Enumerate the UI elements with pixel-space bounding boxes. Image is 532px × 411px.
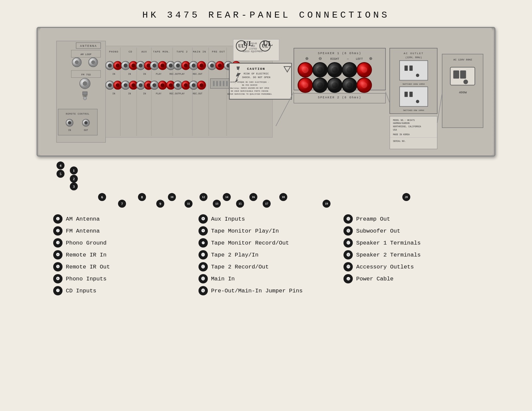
svg-rect-191 [390, 116, 437, 149]
callout-10: 10 [168, 193, 176, 201]
svg-text:SPEAKER 2 (8 Ohms): SPEAKER 2 (8 Ohms) [318, 96, 361, 99]
svg-text:PHONO: PHONO [109, 50, 119, 53]
svg-text:IN: IN [128, 92, 131, 95]
svg-text:MAIN IN: MAIN IN [193, 50, 206, 53]
screw-tr [482, 33, 489, 41]
svg-rect-177 [294, 93, 386, 103]
svg-text:RISK OF ELECTRIC: RISK OF ELECTRIC [244, 72, 269, 75]
legend-text-9: Tape Monitor Play/In [211, 228, 279, 234]
svg-rect-188 [409, 92, 413, 97]
page-title: HK 3475 REAR-PANEL CONNECTIONS [0, 0, 532, 27]
svg-point-71 [224, 61, 233, 70]
svg-point-61 [182, 61, 190, 70]
svg-point-57 [167, 61, 175, 70]
legend-item-7: ❼ CD Inputs [53, 285, 189, 297]
svg-text:⊕: ⊕ [369, 56, 372, 61]
legend-item-12: ⓬ Tape 2 Record/Out [199, 261, 334, 273]
legend-item-11: ⓫ Tape 2 Play/In [199, 249, 334, 261]
svg-point-70 [218, 63, 222, 67]
legend-item-17: ⓱ Speaker 1 Terminals [343, 237, 479, 249]
svg-text:MODEL NO.: HK3475: MODEL NO.: HK3475 [393, 119, 415, 122]
svg-rect-15 [83, 92, 87, 95]
legend-text-13: Main In [211, 276, 235, 282]
svg-point-156 [298, 62, 312, 77]
callout-2: 2 [70, 175, 78, 183]
svg-point-104 [190, 81, 198, 90]
svg-point-50 [139, 63, 143, 67]
svg-text:UL: UL [263, 40, 273, 48]
legend-col1: ❶ AM Antenna ❷ FM Antenna ❸ Phono Ground… [53, 213, 189, 297]
svg-text:PLAY: PLAY [156, 92, 162, 95]
svg-text:CD: CD [129, 50, 132, 53]
svg-text:AVIS: RISQUE DE CHOC ELECTRIQU: AVIS: RISQUE DE CHOC ELECTRIQUE - [230, 81, 269, 83]
rear-panel: ANTENNA AM LOOP FM 75Ω GND REMOTE CO [37, 27, 495, 156]
svg-point-100 [174, 81, 182, 90]
svg-text:—: — [346, 57, 349, 61]
callout-19: 19 [323, 200, 331, 208]
svg-text:REC.OUT: REC.OUT [170, 92, 179, 95]
svg-text:MONO: MONO [262, 84, 267, 87]
svg-point-157 [302, 67, 308, 73]
svg-point-98 [167, 81, 175, 90]
svg-line-207 [385, 92, 390, 103]
svg-text:NE PAS OUVRIR: NE PAS OUVRIR [242, 84, 257, 86]
legend-text-7: CD Inputs [66, 288, 96, 294]
svg-point-66 [200, 63, 203, 67]
svg-rect-0 [40, 28, 492, 155]
svg-text:AC OUTLET: AC OUTLET [404, 52, 424, 55]
panel-wrapper: ANTENNA AM LOOP FM 75Ω GND REMOTE CO [37, 27, 495, 210]
svg-rect-201 [450, 67, 475, 85]
svg-text:⊕: ⊕ [305, 56, 309, 61]
svg-text:PLAY: PLAY [179, 92, 185, 95]
svg-rect-187 [404, 92, 408, 97]
svg-rect-203 [460, 70, 466, 79]
legend-text-17: Speaker 1 Terminals [356, 240, 421, 246]
legend-col2: ❽ Aux Inputs ❾ Tape Monitor Play/In ❿ Ta… [199, 213, 334, 297]
svg-text:REC.OUT: REC.OUT [193, 92, 202, 95]
legend-text-8: Aux Inputs [211, 216, 245, 222]
svg-text:NORTHRIDGE, CALIFORNIA: NORTHRIDGE, CALIFORNIA [393, 126, 421, 128]
callout-12: 12 [200, 193, 207, 201]
svg-point-74 [234, 63, 238, 67]
svg-point-60 [176, 63, 180, 67]
svg-point-42 [108, 63, 112, 67]
svg-text:LISTED: LISTED [249, 48, 257, 50]
svg-point-63 [190, 61, 198, 70]
svg-marker-137 [233, 66, 241, 86]
svg-point-95 [152, 83, 156, 87]
svg-text:SWITCHED 100W 1AMAX: SWITCHED 100W 1AMAX [402, 83, 425, 85]
svg-point-6 [72, 58, 81, 67]
svg-text:REC.OUT: REC.OUT [193, 73, 202, 75]
svg-rect-80 [226, 81, 228, 86]
legend-item-14: ⓮ Pre-Out/Main-In Jumper Pins [199, 285, 334, 297]
svg-text:REMOTE CONTROL: REMOTE CONTROL [66, 113, 90, 115]
svg-point-19 [66, 119, 73, 127]
svg-text:UL: UL [262, 44, 268, 49]
svg-text:TAPE MON.: TAPE MON. [153, 50, 170, 53]
svg-text:(120V, 60Hz): (120V, 60Hz) [405, 56, 422, 59]
svg-point-12 [80, 78, 90, 89]
svg-point-45 [121, 61, 130, 70]
svg-text:AM LOOP: AM LOOP [80, 53, 91, 56]
svg-text:IN: IN [68, 129, 71, 132]
svg-point-65 [197, 61, 206, 70]
svg-rect-75 [210, 79, 237, 89]
svg-text:ANTENNA: ANTENNA [80, 45, 97, 48]
svg-point-64 [192, 63, 196, 67]
svg-text:RIGHT: RIGHT [330, 57, 339, 61]
svg-text:AUDIO EQUIPMENT: AUDIO EQUIPMENT [243, 50, 263, 53]
svg-point-48 [131, 63, 135, 67]
legend-item-4: ❹ Remote IR In [53, 249, 189, 261]
svg-text:TAPE 2: TAPE 2 [177, 50, 188, 53]
svg-point-189 [416, 100, 419, 103]
legend-col3: ⓯ Preamp Out ⓰ Subwoofer Out ⓱ Speaker 1… [343, 213, 479, 297]
svg-text:SWITCHED  00W 1AMAX: SWITCHED 00W 1AMAX [403, 109, 424, 112]
svg-point-83 [108, 83, 112, 87]
svg-point-166 [298, 78, 312, 92]
screw-tc [262, 33, 270, 41]
legend-text-6: Phono Inputs [66, 276, 106, 282]
callout-13: 13 [213, 200, 221, 208]
svg-point-160 [328, 62, 342, 77]
svg-rect-76 [213, 81, 214, 86]
callout-4: 4 [57, 161, 65, 169]
